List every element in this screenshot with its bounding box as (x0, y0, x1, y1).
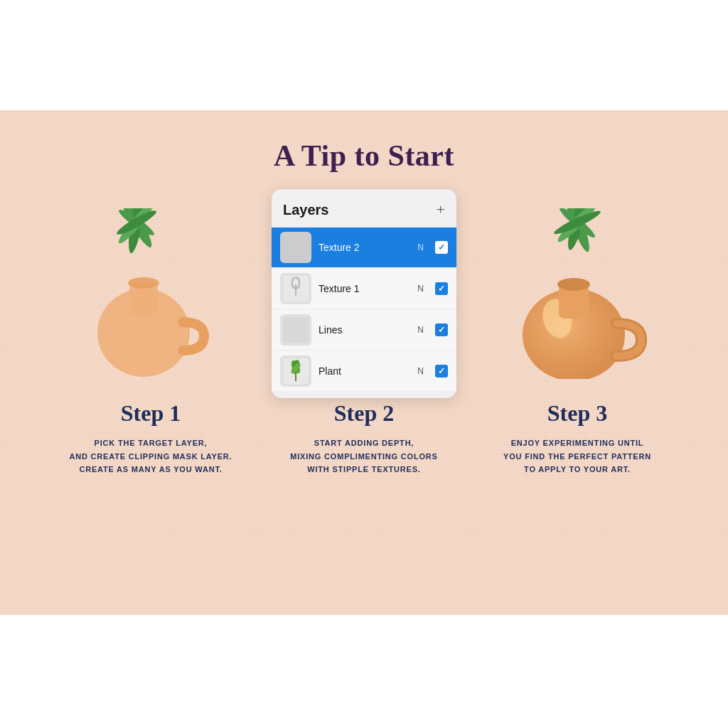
svg-rect-13 (283, 317, 309, 343)
layer-row-plant[interactable]: Plant N (272, 351, 456, 391)
layer-check-texture1[interactable] (435, 282, 448, 295)
layer-row-texture2[interactable]: Texture 2 N (272, 228, 456, 267)
step-3-col: Step 3 ENJOY EXPERIMENTING UNTIL YOU FIN… (471, 201, 684, 476)
layers-add-button[interactable]: + (437, 200, 445, 219)
step1-text: PICK THE TARGET LAYER, AND CREATE CLIPPI… (70, 437, 232, 476)
layer-name-plant: Plant (318, 365, 410, 377)
svg-point-28 (557, 278, 590, 291)
step-1-col: Step 1 PICK THE TARGET LAYER, AND CREATE… (44, 201, 257, 476)
layer-name-texture2: Texture 2 (318, 242, 410, 253)
layers-panel: Layers + Texture 2 N (272, 189, 456, 398)
layer-row-texture1[interactable]: Texture 1 N (272, 269, 456, 309)
page-title: A Tip to Start (274, 139, 454, 173)
svg-point-7 (128, 277, 159, 289)
layer-mode-lines: N (417, 325, 424, 335)
layer-thumb-plant (280, 355, 311, 387)
main-card: A Tip to Start (0, 110, 728, 615)
layer-check-plant[interactable] (435, 365, 448, 378)
layer-name-lines: Lines (318, 324, 410, 336)
step1-illustration (58, 201, 243, 386)
steps-row: Step 1 PICK THE TARGET LAYER, AND CREATE… (0, 201, 728, 476)
step-2-col: Layers + Texture 2 N (257, 201, 471, 476)
step2-heading: Step 2 (334, 400, 394, 427)
white-bottom-bar (0, 615, 728, 728)
step3-text: ENJOY EXPERIMENTING UNTIL YOU FIND THE P… (503, 437, 651, 476)
white-top-bar (0, 0, 728, 110)
layer-check-texture2[interactable] (435, 241, 448, 254)
layer-row-lines[interactable]: Lines N (272, 310, 456, 350)
layers-header: Layers + (272, 200, 456, 228)
layer-mode-plant: N (417, 366, 424, 376)
step2-illustration: Layers + Texture 2 N (272, 201, 456, 386)
layer-thumb-texture1 (280, 273, 311, 304)
layer-thumb-texture2 (280, 232, 311, 263)
layer-thumb-lines (280, 314, 311, 346)
layers-panel-title: Layers (283, 202, 329, 218)
layer-mode-texture1: N (417, 284, 424, 294)
step2-text: START ADDING DEPTH, MIXING COMPLIMENTING… (290, 437, 437, 476)
step3-illustration (485, 201, 670, 386)
svg-rect-8 (283, 235, 309, 260)
step1-heading: Step 1 (121, 400, 181, 427)
step3-heading: Step 3 (547, 400, 607, 427)
layer-mode-texture2: N (417, 242, 424, 252)
layer-name-texture1: Texture 1 (318, 283, 410, 294)
layer-check-lines[interactable] (435, 323, 448, 336)
